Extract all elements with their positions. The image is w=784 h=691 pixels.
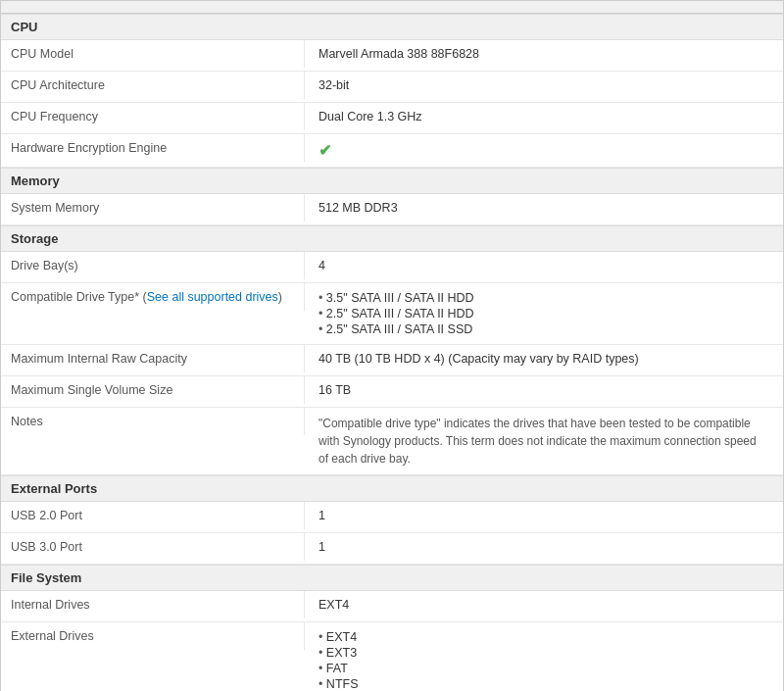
list-item: EXT4	[318, 629, 769, 645]
table-row: CPU ModelMarvell Armada 388 88F6828	[1, 40, 783, 72]
spec-label: Internal Drives	[1, 591, 305, 618]
main-header	[1, 1, 783, 14]
list-item: EXT3	[318, 645, 769, 661]
table-row: External DrivesEXT4EXT3FATNTFSHFS+*exFAT…	[1, 622, 783, 691]
table-row: Internal DrivesEXT4	[1, 591, 783, 622]
table-row: CPU Architecture32-bit	[1, 72, 783, 103]
list-item: 3.5" SATA III / SATA II HDD	[318, 290, 769, 306]
table-row: Drive Bay(s)4	[1, 252, 783, 283]
spec-label: Compatible Drive Type* (See all supporte…	[1, 283, 305, 311]
spec-label: CPU Architecture	[1, 72, 305, 99]
table-row: System Memory512 MB DDR3	[1, 194, 783, 225]
table-row: USB 3.0 Port1	[1, 533, 783, 565]
list-item: 2.5" SATA III / SATA II HDD	[318, 306, 769, 321]
spec-label: CPU Frequency	[1, 103, 305, 130]
section-header-external-ports: External Ports	[1, 475, 783, 502]
list-item: 2.5" SATA III / SATA II SSD	[318, 321, 769, 337]
table-row: USB 2.0 Port1	[1, 502, 783, 533]
spec-label: USB 3.0 Port	[1, 533, 305, 561]
section-header-storage: Storage	[1, 225, 783, 252]
spec-value: Dual Core 1.3 GHz	[305, 103, 783, 130]
checkmark-icon: ✔	[318, 142, 331, 159]
spec-value: "Compatible drive type" indicates the dr…	[305, 408, 783, 474]
spec-label: Maximum Single Volume Size	[1, 376, 305, 404]
section-header-cpu: CPU	[1, 14, 783, 40]
spec-label: Hardware Encryption Engine	[1, 134, 305, 162]
table-row: CPU FrequencyDual Core 1.3 GHz	[1, 103, 783, 134]
spec-value: 512 MB DDR3	[305, 194, 783, 222]
spec-value: Marvell Armada 388 88F6828	[305, 40, 783, 68]
spec-label: Maximum Internal Raw Capacity	[1, 345, 305, 372]
spec-value: 32-bit	[305, 72, 783, 99]
spec-label: USB 2.0 Port	[1, 502, 305, 529]
table-row: Maximum Single Volume Size16 TB	[1, 376, 783, 408]
hardware-specs-container: CPUCPU ModelMarvell Armada 388 88F6828CP…	[0, 0, 784, 691]
table-row: Notes"Compatible drive type" indicates t…	[1, 408, 783, 475]
spec-value: 1	[305, 533, 783, 561]
section-header-memory: Memory	[1, 168, 783, 194]
spec-value: EXT4EXT3FATNTFSHFS+*exFAT*	[305, 622, 783, 691]
spec-label: External Drives	[1, 622, 305, 650]
table-row: Hardware Encryption Engine✔	[1, 134, 783, 168]
spec-value: EXT4	[305, 591, 783, 618]
spec-value: 4	[305, 252, 783, 279]
spec-label: CPU Model	[1, 40, 305, 68]
value-list: 3.5" SATA III / SATA II HDD2.5" SATA III…	[318, 290, 769, 337]
list-item: NTFS	[318, 676, 769, 691]
spec-value: ✔	[305, 134, 783, 167]
spec-label: Notes	[1, 408, 305, 435]
spec-value: 3.5" SATA III / SATA II HDD2.5" SATA III…	[305, 283, 783, 344]
spec-value: 1	[305, 502, 783, 529]
table-row: Maximum Internal Raw Capacity40 TB (10 T…	[1, 345, 783, 376]
sections-container: CPUCPU ModelMarvell Armada 388 88F6828CP…	[1, 14, 783, 691]
section-header-file-system: File System	[1, 565, 783, 591]
value-list: EXT4EXT3FATNTFSHFS+*exFAT*	[318, 629, 769, 691]
spec-label: Drive Bay(s)	[1, 252, 305, 279]
supported-drives-link[interactable]: See all supported drives	[147, 290, 278, 304]
spec-value: 40 TB (10 TB HDD x 4) (Capacity may vary…	[305, 345, 783, 372]
list-item: FAT	[318, 661, 769, 676]
table-row: Compatible Drive Type* (See all supporte…	[1, 283, 783, 345]
spec-value: 16 TB	[305, 376, 783, 404]
spec-label: System Memory	[1, 194, 305, 222]
